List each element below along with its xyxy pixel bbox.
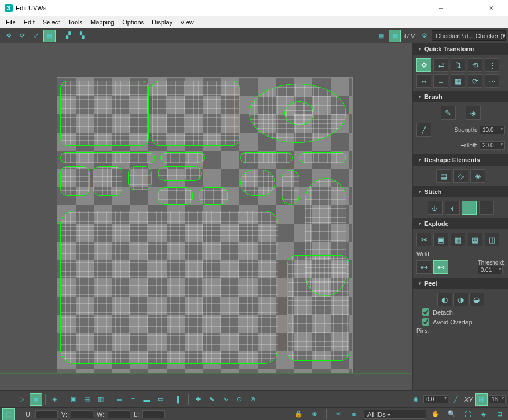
grid-size-input[interactable]: 16	[489, 395, 506, 403]
menu-edit[interactable]: Edit	[20, 18, 38, 27]
relax-brush-icon[interactable]: ◈	[466, 106, 481, 120]
loop-grow-icon[interactable]: ▬	[141, 393, 153, 406]
stitch-avg-icon[interactable]: ⫠	[479, 201, 494, 215]
rescale-icon[interactable]: ◈	[470, 169, 485, 183]
flatten-obj-icon[interactable]: ◫	[485, 233, 499, 246]
ring-grow-icon[interactable]: ▭	[154, 393, 167, 406]
avoid-overlap-check[interactable]: Avoid Overlap	[416, 318, 505, 326]
scale-tool-icon[interactable]: ⤢	[30, 30, 42, 42]
iso-icon[interactable]: ✳	[332, 408, 344, 421]
viewport[interactable]	[0, 43, 412, 390]
panel-stitch[interactable]: Stitch	[413, 186, 508, 197]
pelt-icon[interactable]: ◒	[469, 293, 484, 306]
rotate-tool-icon[interactable]: ⟳	[16, 30, 28, 42]
shrink-icon[interactable]: ▥	[94, 393, 107, 406]
strength-input[interactable]: 10.0	[480, 126, 505, 134]
menu-view[interactable]: View	[177, 18, 197, 27]
flip-tool-icon[interactable]: ▚	[76, 30, 88, 42]
tweak-icon[interactable]: ⬊	[205, 393, 218, 406]
panel-peel[interactable]: Peel	[413, 278, 508, 289]
paint-select-icon[interactable]: ✚	[192, 393, 204, 406]
vertex-mode-icon[interactable]: ⋮	[2, 393, 15, 406]
eye-icon[interactable]: 👁	[308, 408, 321, 421]
soft-selection-icon[interactable]: ◉	[410, 393, 422, 406]
filter-icon[interactable]: ≡	[348, 408, 360, 421]
stitch-target-icon[interactable]: ⫟	[462, 201, 477, 215]
grid-align-icon[interactable]: ▦	[451, 74, 465, 88]
stitch-source-icon[interactable]: ⫞	[445, 201, 460, 215]
peel-icon[interactable]: ◑	[453, 293, 468, 306]
menu-mapping[interactable]: Mapping	[87, 18, 118, 27]
lock-icon[interactable]: 🔒	[292, 408, 305, 421]
maximize-button[interactable]: ☐	[453, 0, 478, 16]
panel-brush[interactable]: Brush	[413, 91, 508, 102]
zoom-icon[interactable]: 🔍	[445, 408, 458, 421]
l-input[interactable]	[142, 410, 165, 418]
brush-falloff-icon[interactable]: ╱	[416, 123, 431, 137]
menu-display[interactable]: Display	[148, 18, 176, 27]
id-dropdown[interactable]: All IDs ▾	[364, 410, 426, 419]
spacer-icon[interactable]: ⋮	[485, 58, 499, 72]
fit-all-icon[interactable]: ⊡	[493, 408, 506, 421]
checker-display-icon[interactable]: ▦	[389, 30, 401, 42]
w-input[interactable]	[108, 410, 130, 418]
zoom-region-icon[interactable]: ⛶	[461, 408, 474, 421]
fit-icon[interactable]: ◈	[477, 408, 490, 421]
ring-icon[interactable]: ≡	[127, 393, 139, 406]
absolute-toggle-icon[interactable]: ▢	[2, 408, 15, 421]
align-v-icon[interactable]: ⇅	[451, 58, 465, 72]
close-button[interactable]: ✕	[478, 0, 503, 16]
texture-dropdown[interactable]: CheckerPat... Checker )▾	[432, 30, 506, 41]
u-input[interactable]	[35, 410, 58, 418]
align-center-icon[interactable]: ↔	[416, 74, 431, 88]
uv-canvas[interactable]	[57, 77, 353, 373]
minimize-button[interactable]: ─	[428, 0, 453, 16]
loop-icon[interactable]: ═	[113, 393, 126, 406]
paint-brush-icon[interactable]: ✎	[441, 106, 456, 120]
panel-explode[interactable]: Explode	[413, 218, 508, 229]
detach-check[interactable]: Detach	[416, 308, 505, 316]
relax-icon[interactable]: ∿	[219, 393, 232, 406]
flatten-mat-icon[interactable]: ▦	[451, 233, 465, 246]
panel-quick-transform[interactable]: Quick Transform	[413, 43, 508, 55]
distribute-icon[interactable]: ≡	[433, 74, 448, 88]
grow-icon[interactable]: ▤	[81, 393, 93, 406]
break-icon[interactable]: ✂	[416, 233, 431, 246]
select-by-elem-icon[interactable]: ▣	[67, 393, 80, 406]
snap-grid-icon[interactable]: ▦	[475, 393, 488, 406]
align-left-icon[interactable]: ✥	[416, 58, 431, 72]
v-input[interactable]	[71, 410, 93, 418]
brush-settings-icon[interactable]: ⊙	[233, 393, 245, 406]
ignore-backface-icon[interactable]: ▌	[173, 393, 185, 406]
menu-file[interactable]: File	[2, 18, 19, 27]
more-icon[interactable]: ⋯	[485, 74, 499, 88]
edge-mode-icon[interactable]: ▷	[16, 393, 28, 406]
menu-select[interactable]: Select	[39, 18, 64, 27]
flatten-poly-icon[interactable]: ▣	[433, 233, 448, 246]
poly-mode-icon[interactable]: ■	[30, 393, 42, 406]
straighten-icon[interactable]: ▤	[436, 169, 451, 183]
pan-icon[interactable]: ✋	[429, 408, 442, 421]
flatten-sg-icon[interactable]: ▩	[468, 233, 482, 246]
menu-tools[interactable]: Tools	[64, 18, 86, 27]
align-h-icon[interactable]: ⇄	[433, 58, 448, 72]
rotate-ccw-icon[interactable]: ⟲	[468, 58, 482, 72]
falloff-input[interactable]: 20.0	[480, 141, 505, 150]
soft-falloff-input[interactable]: 0.0	[423, 395, 448, 403]
quick-peel-icon[interactable]: ◐	[437, 293, 452, 306]
weld-selected-icon[interactable]: ⊶	[416, 260, 431, 274]
show-map-icon[interactable]: ▩	[375, 30, 387, 42]
falloff-shape-icon[interactable]: ╱	[449, 393, 462, 406]
brush-options-icon[interactable]: ⊚	[246, 393, 259, 406]
freeform-tool-icon[interactable]: ▦	[43, 30, 56, 42]
rotate-cw-icon[interactable]: ⟳	[468, 74, 482, 88]
weld-all-icon[interactable]: ⊷	[433, 260, 448, 274]
panel-reshape[interactable]: Reshape Elements	[413, 154, 508, 166]
element-mode-icon[interactable]: ◈	[48, 393, 61, 406]
pack-icon[interactable]: ◇	[453, 169, 468, 183]
threshold-input[interactable]: 0.01	[478, 266, 503, 274]
menu-options[interactable]: Options	[119, 18, 147, 27]
move-tool-icon[interactable]: ✥	[2, 30, 15, 42]
mirror-tool-icon[interactable]: ▞	[62, 30, 75, 42]
options-gear-icon[interactable]: ⚙	[418, 30, 431, 42]
